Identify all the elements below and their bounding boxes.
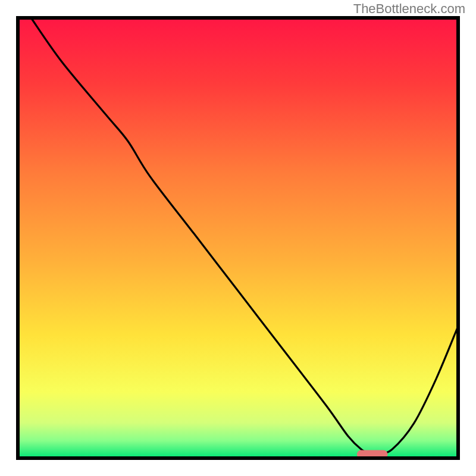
chart-container: TheBottleneck.com: [0, 0, 476, 476]
svg-rect-0: [18, 18, 458, 458]
watermark-text: TheBottleneck.com: [353, 1, 465, 17]
bottleneck-chart: [0, 0, 476, 476]
